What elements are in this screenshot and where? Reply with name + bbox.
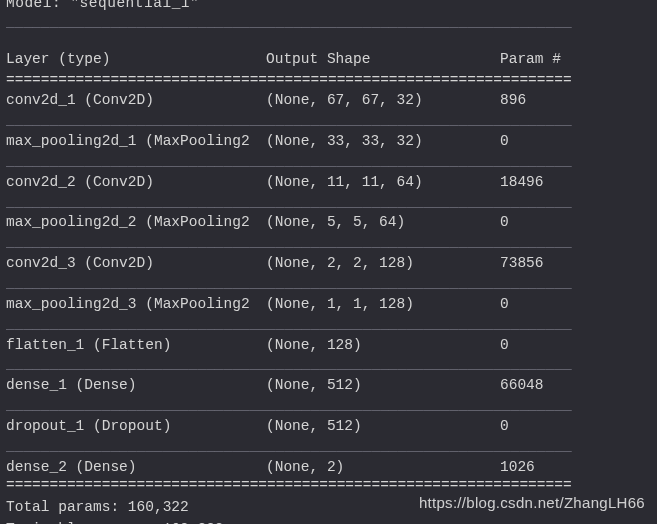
cell-output: (None, 11, 11, 64) — [266, 173, 500, 192]
row-separator: ________________________________________… — [6, 437, 651, 456]
cell-param: 0 — [500, 417, 509, 436]
row-separator: ________________________________________… — [6, 111, 651, 130]
cell-layer: conv2d_2 (Conv2D) — [6, 173, 266, 192]
cell-layer: conv2d_3 (Conv2D) — [6, 254, 266, 273]
cell-output: (None, 2) — [266, 458, 500, 477]
cell-param: 66048 — [500, 376, 544, 395]
cell-param: 0 — [500, 132, 509, 151]
table-row: dense_1 (Dense)(None, 512)66048 — [6, 376, 651, 395]
cell-layer: flatten_1 (Flatten) — [6, 336, 266, 355]
cell-layer: max_pooling2d_3 (MaxPooling2 — [6, 295, 266, 314]
table-row: conv2d_1 (Conv2D)(None, 67, 67, 32)896 — [6, 91, 651, 110]
cell-param: 0 — [500, 336, 509, 355]
row-separator: ________________________________________… — [6, 152, 651, 171]
table-row: dropout_1 (Dropout)(None, 512)0 — [6, 417, 651, 436]
header-layer: Layer (type) — [6, 50, 266, 69]
double-separator: ========================================… — [6, 71, 651, 90]
underline: ________________________________________… — [6, 13, 651, 32]
row-separator: ________________________________________… — [6, 274, 651, 293]
cell-layer: max_pooling2d_2 (MaxPooling2 — [6, 213, 266, 232]
cell-output: (None, 512) — [266, 376, 500, 395]
cell-layer: conv2d_1 (Conv2D) — [6, 91, 266, 110]
row-separator: ________________________________________… — [6, 193, 651, 212]
table-header: Layer (type) Output Shape Param # — [6, 50, 651, 69]
cell-layer: dropout_1 (Dropout) — [6, 417, 266, 436]
table-row: max_pooling2d_3 (MaxPooling2(None, 1, 1,… — [6, 295, 651, 314]
cell-output: (None, 2, 2, 128) — [266, 254, 500, 273]
cell-param: 1026 — [500, 458, 535, 477]
row-separator: ________________________________________… — [6, 355, 651, 374]
table-body: conv2d_1 (Conv2D)(None, 67, 67, 32)896__… — [6, 91, 651, 476]
row-separator: ________________________________________… — [6, 233, 651, 252]
cell-output: (None, 1, 1, 128) — [266, 295, 500, 314]
cell-param: 896 — [500, 91, 526, 110]
header-param: Param # — [500, 50, 561, 69]
model-title: Model: "sequential_1" — [6, 0, 651, 13]
table-row: conv2d_3 (Conv2D)(None, 2, 2, 128)73856 — [6, 254, 651, 273]
cell-layer: dense_1 (Dense) — [6, 376, 266, 395]
watermark: https://blog.csdn.net/ZhangLH66 — [419, 493, 645, 513]
cell-param: 0 — [500, 295, 509, 314]
table-row: max_pooling2d_2 (MaxPooling2(None, 5, 5,… — [6, 213, 651, 232]
table-row: conv2d_2 (Conv2D)(None, 11, 11, 64)18496 — [6, 173, 651, 192]
table-row: max_pooling2d_1 (MaxPooling2(None, 33, 3… — [6, 132, 651, 151]
header-output: Output Shape — [266, 50, 500, 69]
table-row: flatten_1 (Flatten)(None, 128)0 — [6, 336, 651, 355]
table-row: dense_2 (Dense)(None, 2)1026 — [6, 458, 651, 477]
cell-output: (None, 33, 33, 32) — [266, 132, 500, 151]
cell-output: (None, 512) — [266, 417, 500, 436]
cell-output: (None, 128) — [266, 336, 500, 355]
cell-layer: dense_2 (Dense) — [6, 458, 266, 477]
row-separator: ________________________________________… — [6, 315, 651, 334]
cell-output: (None, 5, 5, 64) — [266, 213, 500, 232]
cell-output: (None, 67, 67, 32) — [266, 91, 500, 110]
trainable-params: Trainable params: 160,322 — [6, 520, 651, 524]
cell-param: 0 — [500, 213, 509, 232]
cell-param: 18496 — [500, 173, 544, 192]
cell-layer: max_pooling2d_1 (MaxPooling2 — [6, 132, 266, 151]
row-separator: ________________________________________… — [6, 396, 651, 415]
cell-param: 73856 — [500, 254, 544, 273]
